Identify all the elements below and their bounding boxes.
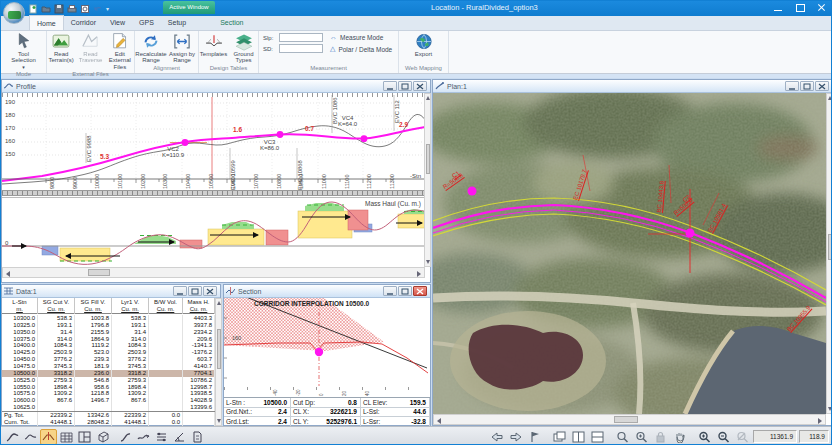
prev-station-icon[interactable] — [488, 429, 505, 445]
application-menu-button[interactable] — [3, 2, 25, 24]
table-row[interactable]: 10375.0314.01864.9314.0209.6 — [2, 336, 215, 343]
table-row[interactable]: 10625.013399.6 — [2, 404, 215, 411]
profile-restore-button[interactable] — [398, 81, 412, 91]
data-column-header: Lyr1 V.Cu. m. — [112, 298, 149, 314]
plan-minimize-button[interactable] — [785, 81, 799, 91]
profile-chart[interactable]: 190180170160150 980099001000010100102001… — [2, 93, 425, 190]
print-preview-icon[interactable] — [80, 4, 90, 14]
print-icon[interactable] — [67, 4, 77, 14]
profile-ruler — [2, 190, 425, 196]
plan-window-titlebar[interactable]: Plan:1 — [433, 80, 832, 93]
zoom-extents-icon[interactable] — [633, 429, 650, 445]
section-restore-button[interactable] — [398, 286, 412, 296]
table-row[interactable]: 10600.0867.61496.7867.614028.9 — [2, 397, 215, 404]
multi-pane-view-icon[interactable] — [76, 429, 93, 445]
maximize-window-button[interactable] — [795, 3, 805, 12]
profile-minimize-button[interactable] — [383, 81, 397, 91]
data-table-rows[interactable]: 10300.0538.31003.8538.34403.310325.0193.… — [2, 315, 215, 411]
sd-input[interactable] — [279, 44, 323, 53]
pan-icon[interactable] — [671, 429, 688, 445]
tile-vertical-icon[interactable] — [570, 429, 587, 445]
close-window-button[interactable] — [817, 3, 827, 12]
plan-close-button[interactable] — [815, 81, 829, 91]
data-vscrollbar[interactable] — [215, 298, 222, 426]
table-cell: 2759.3 — [38, 377, 75, 384]
profile-y-tick: 190 — [5, 99, 15, 105]
tile-horizontal-icon[interactable] — [589, 429, 606, 445]
next-station-icon[interactable] — [507, 429, 524, 445]
tab-view[interactable]: View — [103, 15, 132, 30]
section-close-button[interactable] — [413, 286, 427, 296]
profile-vscrollbar[interactable] — [424, 93, 431, 267]
tab-setup[interactable]: Setup — [161, 15, 193, 30]
polar-delta-mode-button[interactable]: △Polar / Delta Mode — [330, 45, 392, 53]
new-file-icon[interactable] — [29, 4, 38, 14]
tab-section[interactable]: Section — [213, 15, 250, 30]
section-view-icon[interactable] — [40, 429, 57, 445]
section-minimize-button[interactable] — [383, 286, 397, 296]
profile-hscrollbar[interactable] — [2, 267, 425, 278]
table-row[interactable]: 10425.02503.9523.02503.9-1376.2 — [2, 349, 215, 356]
mass-haul-chart[interactable]: Mass Haul (Cu. m.) 0 — [2, 197, 425, 266]
zoom-out-icon[interactable] — [715, 429, 732, 445]
table-row[interactable]: 10475.03745.3181.93745.34140.7 — [2, 363, 215, 370]
data-view-icon[interactable] — [58, 429, 75, 445]
table-row[interactable]: 10325.0193.11796.8193.13937.8 — [2, 322, 215, 329]
profile-window-titlebar[interactable]: Profile — [2, 80, 430, 93]
data-minimize-button[interactable] — [173, 286, 187, 296]
table-row[interactable]: 10300.0538.31003.8538.34403.3 — [2, 315, 215, 322]
minimize-window-button[interactable] — [773, 3, 783, 12]
qat-dropdown-icon[interactable]: ▾ — [106, 5, 109, 12]
angle-tool-icon[interactable] — [171, 429, 188, 445]
zoom-window-icon[interactable] — [614, 429, 631, 445]
curve-tool-icon[interactable] — [117, 429, 134, 445]
polyline-tool-icon[interactable] — [135, 429, 152, 445]
table-row[interactable]: 10450.03776.2239.33776.2603.7 — [2, 356, 215, 363]
open-file-icon[interactable] — [41, 4, 51, 14]
templates-button[interactable]: Templates — [199, 32, 228, 57]
plan-vscrollbar[interactable] — [826, 93, 832, 414]
read-terrain-button[interactable]: Read Terrain(s) — [47, 32, 75, 64]
cascade-windows-icon[interactable] — [551, 429, 568, 445]
data-column-header: SG Fill V.Cu. m. — [75, 298, 112, 314]
export-button[interactable]: Export — [409, 32, 439, 57]
data-window-titlebar[interactable]: Data:1 — [2, 285, 220, 298]
table-row[interactable]: 10500.03318.2236.03318.27704.1 — [2, 370, 215, 377]
table-row[interactable]: 10525.02759.3546.82759.310786.2 — [2, 377, 215, 384]
recalculate-range-button[interactable]: Recalculate Range — [136, 32, 166, 64]
table-row[interactable]: 10550.01898.4958.61898.412998.7 — [2, 384, 215, 391]
save-icon[interactable] — [54, 4, 64, 14]
section-chart[interactable]: 160 CORRIDOR INTERPOLATION 10500.0 — [224, 298, 430, 387]
edit-external-files-button[interactable]: Edit External Files — [106, 32, 134, 70]
label-tool-icon[interactable] — [189, 429, 206, 445]
slp-input[interactable] — [279, 33, 323, 42]
plan-restore-button[interactable] — [800, 81, 814, 91]
table-row[interactable]: 10400.01084.31119.21084.3-1341.3 — [2, 342, 215, 349]
table-cell: 1309.2 — [38, 390, 75, 397]
view-3d-icon[interactable] — [94, 429, 111, 445]
plan-hscrollbar[interactable] — [433, 414, 826, 425]
profile-x-tick: 10000 — [94, 174, 100, 189]
profile-close-button[interactable] — [413, 81, 427, 91]
table-row[interactable]: 10350.031.42155.931.42334.2 — [2, 329, 215, 336]
table-row[interactable]: 10575.01309.21218.81309.213938.5 — [2, 390, 215, 397]
stat-label: CL Elev: — [361, 399, 387, 406]
plan-map[interactable]: C1R=500.0EC 10179.7BC 10443.8C2R=500.0EC… — [433, 93, 826, 414]
ground-types-button[interactable]: Ground Types — [229, 32, 258, 64]
tab-corridor[interactable]: Corridor — [64, 15, 103, 30]
measure-mode-button[interactable]: ⇔Measure Mode — [330, 34, 392, 41]
zoom-in-icon[interactable] — [696, 429, 713, 445]
section-window-titlebar[interactable]: Section — [224, 285, 430, 298]
offset-tool-icon[interactable] — [153, 429, 170, 445]
undo-icon[interactable] — [93, 4, 103, 14]
profile-view-icon[interactable] — [22, 429, 39, 445]
tab-home[interactable]: Home — [29, 15, 64, 30]
tab-gps[interactable]: GPS — [132, 15, 161, 30]
assign-by-range-button[interactable]: Assign by Range — [167, 32, 197, 64]
data-close-button[interactable] — [203, 286, 217, 296]
flag-icon[interactable] — [526, 429, 543, 445]
data-restore-button[interactable] — [188, 286, 202, 296]
profile-vertical-label: EVC 9988 — [86, 136, 92, 162]
tool-selection-button[interactable]: Tool Selection▾ — [9, 32, 39, 70]
plan-view-icon[interactable] — [4, 429, 21, 445]
